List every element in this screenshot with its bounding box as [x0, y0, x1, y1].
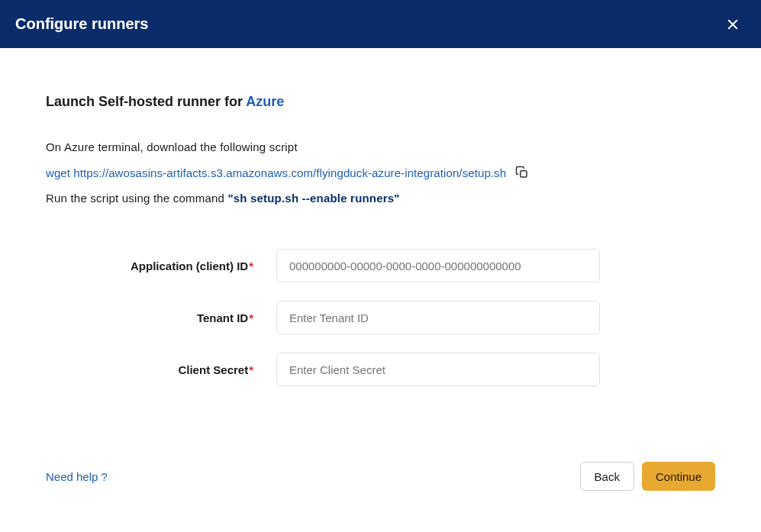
close-button[interactable]	[723, 15, 743, 34]
client-secret-label-text: Client Secret	[178, 363, 248, 376]
footer-buttons: Back Continue	[580, 462, 715, 491]
form: Application (client) ID* Tenant ID* Clie…	[46, 249, 715, 386]
required-mark: *	[249, 260, 253, 272]
form-row-tenant-id: Tenant ID*	[46, 301, 715, 334]
required-mark: *	[249, 363, 253, 376]
form-row-client-secret: Client Secret*	[46, 353, 715, 386]
dialog-header: Configure runners	[0, 0, 761, 48]
svg-rect-2	[521, 171, 527, 177]
instruction-run: Run the script using the command "sh set…	[46, 192, 715, 205]
app-id-label-text: Application (client) ID	[131, 260, 248, 272]
app-id-input[interactable]	[276, 249, 600, 282]
tenant-id-input[interactable]	[276, 301, 600, 334]
client-secret-input[interactable]	[276, 353, 600, 386]
azure-link[interactable]: Azure	[246, 94, 284, 109]
tenant-id-label-text: Tenant ID	[197, 311, 248, 324]
subtitle-text: Launch Self-hosted runner for	[46, 94, 246, 109]
tenant-id-label: Tenant ID*	[46, 311, 276, 324]
close-icon	[726, 18, 740, 31]
dialog-footer: Need help ? Back Continue	[46, 462, 715, 491]
continue-button[interactable]: Continue	[642, 462, 715, 491]
run-command: "sh setup.sh --enable runners"	[227, 192, 399, 205]
required-mark: *	[249, 311, 253, 324]
app-id-label: Application (client) ID*	[46, 260, 276, 272]
copy-icon	[515, 166, 529, 179]
form-row-app-id: Application (client) ID*	[46, 249, 715, 282]
script-line: wget https://awosasins-artifacts.s3.amaz…	[46, 164, 715, 181]
script-url: wget https://awosasins-artifacts.s3.amaz…	[46, 166, 506, 179]
copy-button[interactable]	[514, 164, 530, 181]
instruction-download: On Azure terminal, download the followin…	[46, 140, 715, 153]
client-secret-label: Client Secret*	[46, 363, 276, 376]
run-prefix: Run the script using the command	[46, 192, 227, 205]
back-button[interactable]: Back	[580, 462, 634, 491]
subtitle: Launch Self-hosted runner for Azure	[46, 94, 715, 110]
help-link[interactable]: Need help ?	[46, 470, 108, 483]
dialog-title: Configure runners	[15, 15, 148, 33]
dialog-content: Launch Self-hosted runner for Azure On A…	[0, 48, 761, 386]
